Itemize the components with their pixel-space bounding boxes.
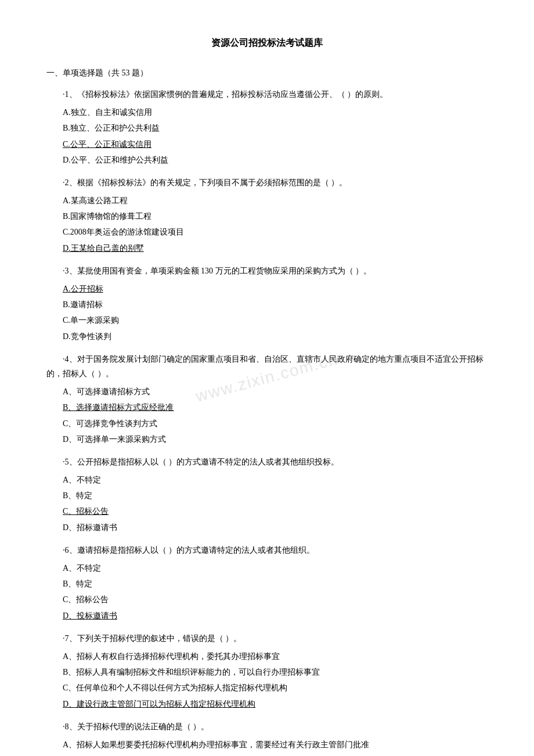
question-block: ·7、下列关于招标代理的叙述中，错误的是（ ）。A、招标人有权自行选择招标代理机… bbox=[46, 631, 488, 711]
option: B.国家博物馆的修葺工程 bbox=[63, 209, 488, 224]
option: C、任何单位和个人不得以任何方式为招标人指定招标代理机构 bbox=[63, 681, 488, 695]
option: D.竞争性谈判 bbox=[63, 329, 488, 344]
option: A、不特定 bbox=[63, 473, 488, 487]
question-block: ·8、关于招标代理的说法正确的是（ ）。A、招标人如果想要委托招标代理机构办理招… bbox=[46, 719, 488, 752]
question-text: ·5、公开招标是指招标人以（ ）的方式邀请不特定的法人或者其他组织投标。 bbox=[46, 455, 488, 469]
option: D、建设行政主管部门可以为招标人指定招标代理机构 bbox=[63, 697, 488, 711]
option: B、招标人具有编制招标文件和组织评标能力的，可以自行办理招标事宜 bbox=[63, 665, 488, 679]
option: C、招标公告 bbox=[63, 592, 488, 607]
option: B.独立、公正和护公共利益 bbox=[63, 121, 488, 135]
option: A.某高速公路工程 bbox=[63, 193, 488, 208]
section-header: 一、单项选择题（共 53 题） bbox=[46, 66, 488, 80]
option: D、可选择单一来源采购方式 bbox=[63, 432, 488, 447]
option: A.公开招标 bbox=[63, 282, 488, 296]
option: D.公平、公正和维护公共利益 bbox=[63, 153, 488, 167]
question-block: ·6、邀请招标是指招标人以（ ）的方式邀请特定的法人或者其他组织。A、不特定B、… bbox=[46, 543, 488, 623]
option: D、投标邀请书 bbox=[63, 609, 488, 623]
option: D.王某给自己盖的别墅 bbox=[63, 241, 488, 255]
option: B、选择邀请招标方式应经批准 bbox=[63, 400, 488, 415]
option: B、特定 bbox=[63, 488, 488, 503]
question-text: ·4、对于国务院发展计划部门确定的国家重点项目和省、自治区、直辖市人民政府确定的… bbox=[46, 352, 488, 381]
option: A、不特定 bbox=[63, 561, 488, 575]
page-title: 资源公司招投标法考试题库 bbox=[46, 35, 488, 52]
question-text: ·1、《招标投标法》依据国家惯例的普遍规定，招标投标活动应当遵循公开、（ ）的原… bbox=[46, 87, 488, 102]
option: B、特定 bbox=[63, 577, 488, 591]
question-text: ·8、关于招标代理的说法正确的是（ ）。 bbox=[46, 719, 488, 734]
question-block: ·3、某批使用国有资金，单项采购金额 130 万元的工程货物应采用的采购方式为（… bbox=[46, 264, 488, 344]
option: D、招标邀请书 bbox=[63, 520, 488, 535]
option: C、招标公告 bbox=[63, 504, 488, 519]
question-block: ·4、对于国务院发展计划部门确定的国家重点项目和省、自治区、直辖市人民政府确定的… bbox=[46, 352, 488, 447]
option: C.单一来源采购 bbox=[63, 313, 488, 327]
option: C.公平、公正和诚实信用 bbox=[63, 137, 488, 152]
question-text: ·7、下列关于招标代理的叙述中，错误的是（ ）。 bbox=[46, 631, 488, 646]
option: A.独立、自主和诚实信用 bbox=[63, 105, 488, 120]
question-block: ·5、公开招标是指招标人以（ ）的方式邀请不特定的法人或者其他组织投标。A、不特… bbox=[46, 455, 488, 535]
question-text: ·6、邀请招标是指招标人以（ ）的方式邀请特定的法人或者其他组织。 bbox=[46, 543, 488, 557]
option: A、招标人如果想要委托招标代理机构办理招标事宜，需要经过有关行政主管部门批准 bbox=[63, 737, 488, 752]
option: C.2008年奥运会的游泳馆建设项目 bbox=[63, 225, 488, 239]
option: B.邀请招标 bbox=[63, 297, 488, 312]
option: A、可选择邀请招标方式 bbox=[63, 384, 488, 399]
question-text: ·3、某批使用国有资金，单项采购金额 130 万元的工程货物应采用的采购方式为（… bbox=[46, 264, 488, 278]
option: A、招标人有权自行选择招标代理机构，委托其办理招标事宜 bbox=[63, 649, 488, 664]
option: C、可选择竞争性谈判方式 bbox=[63, 416, 488, 431]
questions-container: ·1、《招标投标法》依据国家惯例的普遍规定，招标投标活动应当遵循公开、（ ）的原… bbox=[46, 87, 488, 752]
question-block: ·2、根据《招标投标法》的有关规定，下列项目不属于必须招标范围的是（ ）。A.某… bbox=[46, 175, 488, 255]
question-block: ·1、《招标投标法》依据国家惯例的普遍规定，招标投标活动应当遵循公开、（ ）的原… bbox=[46, 87, 488, 167]
question-text: ·2、根据《招标投标法》的有关规定，下列项目不属于必须招标范围的是（ ）。 bbox=[46, 175, 488, 190]
